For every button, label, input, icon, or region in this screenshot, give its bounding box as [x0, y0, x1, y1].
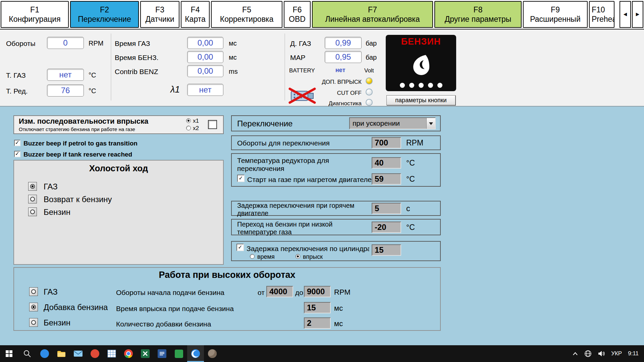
switch-temperature-field[interactable]: 40 [372, 157, 401, 169]
tab-f4-map[interactable]: F4 Карта [181, 1, 210, 28]
taskbar-app-excel[interactable] [137, 345, 154, 362]
petrol-injection-time-label: Время впрыска при подаче бензина [116, 305, 234, 313]
system-tray: УКР 9:11 [567, 345, 644, 362]
chevron-down-icon[interactable] [426, 118, 435, 129]
rpm-unit: RPM [89, 40, 103, 47]
tab-label: Расширенный [530, 14, 581, 24]
taskbar-app-word[interactable] [154, 345, 170, 362]
warm-start-temp-field[interactable]: 59 [372, 173, 401, 185]
network-globe-icon[interactable] [584, 350, 592, 357]
tab-label: Другие параметры [445, 14, 512, 24]
switch-rpm-label: Обороты для переключения [237, 139, 330, 147]
map-pressure-label: MAP [290, 54, 306, 62]
taskbar-app-chrome[interactable] [120, 345, 137, 362]
fuel-switch-button[interactable]: БЕНЗИН [386, 35, 456, 91]
petrol-addition-amount-unit: мс [334, 319, 343, 328]
tab-key: F6 [293, 5, 302, 14]
windows-logo-icon [6, 350, 12, 357]
excel-icon [141, 349, 150, 358]
idle-petrol-radio[interactable] [28, 207, 37, 216]
tab-key: F8 [474, 5, 483, 14]
high-petrol-addition-label: Добавка бензина [44, 303, 108, 312]
idle-gas-radio[interactable] [28, 182, 37, 191]
cylinder-delay-field[interactable]: 15 [372, 244, 401, 256]
map-pressure-unit: бар [366, 54, 377, 61]
high-petrol-radio[interactable] [29, 318, 38, 327]
hot-engine-delay-field[interactable]: 5 [372, 203, 401, 214]
tab-scroll-buttons: ◄ ► [620, 1, 643, 28]
tab-f10-preheating[interactable]: F10 Preheating [589, 1, 614, 28]
switch-rpm-field[interactable]: 700 [372, 137, 401, 148]
buzzer-reserve-checkbox[interactable] [14, 151, 20, 157]
switch-temperature-label: Температура редуктора для переключения [237, 157, 351, 173]
tab-key: F2 [100, 5, 109, 14]
high-gas-radio[interactable] [29, 287, 38, 296]
tab-key: F7 [368, 5, 377, 14]
lambda-label: λ1 [170, 84, 180, 95]
petrol-time-unit: мс [229, 54, 237, 61]
tab-f1-configuration[interactable]: F1 Конфигурация [1, 1, 69, 28]
taskbar-app-graphics[interactable] [204, 345, 221, 362]
taskbar-app-gas-tuner[interactable] [187, 345, 204, 362]
taskbar-app-red[interactable] [87, 345, 103, 362]
tabs-next-button[interactable]: ► [632, 1, 643, 28]
tab-key: F3 [155, 5, 164, 14]
delay-by-injection-radio[interactable] [296, 254, 300, 259]
tab-key: F9 [551, 5, 560, 14]
petrol-injection-time-field[interactable]: 15 [304, 302, 331, 313]
cylinder-delay-checkbox[interactable] [236, 244, 244, 251]
petrol-addition-amount-field[interactable]: 2 [304, 317, 331, 329]
tab-f6-obd[interactable]: F6 OBD [284, 1, 311, 28]
tab-f7-linear-autocalibration[interactable]: F7 Линейная автокалибровка [312, 1, 433, 28]
taskbar-app-browser[interactable] [36, 345, 53, 362]
switching-mode-value: при ускорении [350, 118, 426, 129]
injection-sequence-panel: Изм. последовательности впрыска Отключае… [13, 115, 224, 134]
tab-f3-sensors[interactable]: F3 Датчики [140, 1, 179, 28]
seq-x1-radio[interactable] [186, 118, 191, 123]
graphics-app-icon [208, 349, 217, 358]
tray-chevron-up-icon[interactable] [572, 351, 578, 356]
taskbar-app-file-explorer[interactable] [53, 345, 70, 362]
delay-by-time-radio[interactable] [250, 254, 255, 259]
taskbar-app-green[interactable] [170, 345, 187, 362]
idle-return-petrol-radio[interactable] [28, 195, 37, 203]
seq-x2-radio[interactable] [186, 126, 191, 130]
divider [111, 34, 111, 101]
tab-key: F1 [30, 5, 39, 14]
tab-f9-advanced[interactable]: F9 Расширенный [523, 1, 588, 28]
buzzer-petrol-checkbox[interactable] [14, 140, 20, 146]
tab-f2-switching[interactable]: F2 Переключение [70, 1, 139, 28]
tab-f8-other-parameters[interactable]: F8 Другие параметры [434, 1, 522, 28]
idle-panel-title: Холостой ход [14, 163, 223, 174]
search-button[interactable] [18, 345, 36, 362]
active-fuel-label: БЕНЗИН [401, 37, 441, 47]
low-gas-temp-field[interactable]: -20 [372, 222, 401, 233]
petrol-start-rpm-label: Обороты начала подачи бензина [116, 289, 224, 297]
rpm-label: Обороты [6, 40, 36, 48]
rpm-to-field[interactable]: 9000 [304, 286, 331, 297]
warm-start-checkbox[interactable] [237, 175, 245, 182]
start-button[interactable] [0, 345, 18, 362]
extra-injection-label: ДОП. ВПРЫСК [290, 79, 362, 85]
high-petrol-addition-radio[interactable] [29, 303, 38, 311]
red-app-icon [91, 349, 99, 358]
petrol-addition-amount-label: Количество добавки бензина [116, 320, 211, 328]
disable-petrol-strategy-checkbox[interactable] [208, 120, 217, 129]
switching-mode-combobox[interactable]: при ускорении [349, 117, 436, 129]
clock[interactable]: 9:11 [628, 350, 639, 357]
tab-label: Конфигурация [9, 14, 60, 24]
mail-icon [73, 350, 83, 357]
volume-icon[interactable] [598, 350, 605, 357]
taskbar-app-spreadsheet[interactable] [103, 345, 120, 362]
contrib-benz-unit: ms [229, 68, 238, 75]
taskbar-app-mail[interactable] [70, 345, 87, 362]
gas-temp-readout: нет [47, 69, 84, 81]
tabs-prev-button[interactable]: ◄ [620, 1, 631, 28]
keyboard-language-indicator[interactable]: УКР [611, 350, 622, 357]
rpm-from-field[interactable]: 4000 [266, 286, 293, 297]
browser-icon [40, 349, 49, 358]
tab-f5-correction[interactable]: F5 Корректировка [211, 1, 282, 28]
hot-engine-delay-panel: Задержка переключения при горячем двигат… [231, 201, 441, 216]
button-parameters-button[interactable]: параметры кнопки [386, 95, 455, 105]
gas-temp-label: Т. ГАЗ [6, 71, 26, 79]
